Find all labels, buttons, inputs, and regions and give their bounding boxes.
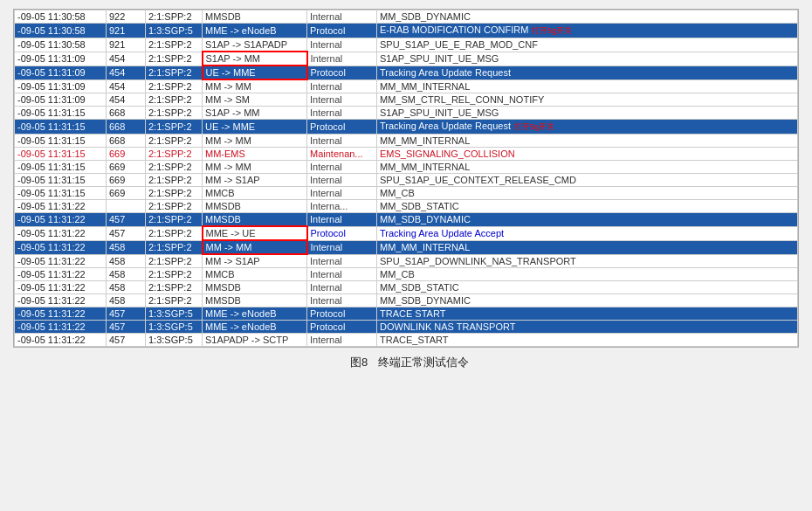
cell-time: -09-05 11:30:58: [15, 10, 107, 24]
cell-id: 454: [107, 52, 146, 66]
cell-type: Internal: [307, 240, 377, 254]
cell-message: MM_SM_CTRL_REL_CONN_NOTIFY: [377, 93, 798, 107]
cell-message: S1AP_SPU_INIT_UE_MSG: [377, 52, 798, 66]
cell-id: 454: [107, 79, 146, 93]
cell-id: 457: [107, 334, 146, 347]
cell-src-dest: MMSDB: [203, 200, 307, 213]
cell-type: Internal: [307, 174, 377, 187]
cell-time: -09-05 11:31:22: [15, 281, 107, 294]
cell-node: 2:1:SPP:2: [146, 120, 203, 135]
cell-type: Internal: [307, 268, 377, 281]
cell-node: 2:1:SPP:2: [146, 240, 203, 254]
cell-time: -09-05 11:31:22: [15, 307, 107, 321]
table-row: -09-05 11:31:22 457 1:3:SGP:5 S1APADP ->…: [15, 334, 798, 347]
cell-time: -09-05 11:31:09: [15, 79, 107, 93]
cell-time: -09-05 11:31:09: [15, 93, 107, 107]
cell-node: 2:1:SPP:2: [146, 38, 203, 52]
table-row: -09-05 11:31:22 458 2:1:SPP:2 MMCB Inter…: [15, 268, 798, 281]
cell-src-dest: MM -> SM: [203, 93, 307, 107]
cell-src-dest: MM -> S1AP: [203, 254, 307, 268]
cell-time: -09-05 11:31:22: [15, 254, 107, 268]
cell-src-dest: MM -> S1AP: [203, 174, 307, 187]
cell-src-dest: S1APADP -> SCTP: [203, 334, 307, 347]
table-row: -09-05 11:31:15 669 2:1:SPP:2 MM -> S1AP…: [15, 174, 798, 187]
cell-type: Internal: [307, 294, 377, 307]
cell-id: 458: [107, 294, 146, 307]
cell-type: Protocol: [307, 66, 377, 79]
cell-message: MM_MM_INTERNAL: [377, 240, 798, 254]
cell-time: -09-05 11:31:15: [15, 174, 107, 187]
cell-message: TRACE_START: [377, 334, 798, 347]
table-row: -09-05 11:31:15 669 2:1:SPP:2 MMCB Inter…: [15, 187, 798, 200]
cell-node: 2:1:SPP:2: [146, 268, 203, 281]
table-row: -09-05 11:31:22 2:1:SPP:2 MMSDB Interna.…: [15, 200, 798, 213]
table-row: -09-05 11:31:15 669 2:1:SPP:2 MM-EMS Mai…: [15, 148, 798, 161]
cell-src-dest: MM -> MM: [203, 79, 307, 93]
cell-id: [107, 200, 146, 213]
table-row: -09-05 11:30:58 921 2:1:SPP:2 S1AP -> S1…: [15, 38, 798, 52]
cell-node: 2:1:SPP:2: [146, 213, 203, 227]
cell-node: 2:1:SPP:2: [146, 107, 203, 120]
cell-node: 1:3:SGP:5: [146, 307, 203, 321]
cell-message: MM_SDB_STATIC: [377, 200, 798, 213]
cell-time: -09-05 11:31:22: [15, 213, 107, 227]
cell-node: 2:1:SPP:2: [146, 66, 203, 79]
cell-time: -09-05 11:31:15: [15, 161, 107, 174]
cell-message: MM_SDB_STATIC: [377, 281, 798, 294]
cell-node: 2:1:SPP:2: [146, 93, 203, 107]
table-row: -09-05 11:31:15 669 2:1:SPP:2 MM -> MM I…: [15, 161, 798, 174]
cell-type: Protocol: [307, 24, 377, 38]
table-row: -09-05 11:31:22 458 2:1:SPP:2 MM -> MM I…: [15, 240, 798, 254]
cell-message: SPU_S1AP_UE_E_RAB_MOD_CNF: [377, 38, 798, 52]
cell-id: 454: [107, 93, 146, 107]
cell-src-dest: MME -> eNodeB: [203, 24, 307, 38]
cell-type: Internal: [307, 38, 377, 52]
cell-message: Tracking Area Update Accept: [377, 226, 798, 240]
table-row: -09-05 11:31:22 457 1:3:SGP:5 MME -> eNo…: [15, 307, 798, 321]
cell-message: SPU_S1AP_DOWNLINK_NAS_TRANSPORT: [377, 254, 798, 268]
cell-type: Internal: [307, 79, 377, 93]
cell-src-dest: MMSDB: [203, 213, 307, 227]
cell-time: -09-05 11:31:15: [15, 135, 107, 148]
cell-node: 1:3:SGP:5: [146, 321, 203, 334]
table-row: -09-05 11:31:09 454 2:1:SPP:2 MM -> SM I…: [15, 93, 798, 107]
cell-src-dest: MMSDB: [203, 281, 307, 294]
cell-id: 669: [107, 174, 146, 187]
cell-message: EMS_SIGNALING_COLLISION: [377, 148, 798, 161]
cell-message: TRACE START: [377, 307, 798, 321]
cell-id: 668: [107, 120, 146, 135]
cell-id: 921: [107, 24, 146, 38]
figure-number: 图8: [350, 356, 368, 369]
table-row: -09-05 11:31:22 458 2:1:SPP:2 MMSDB Inte…: [15, 281, 798, 294]
cell-id: 458: [107, 254, 146, 268]
cell-type: Internal: [307, 187, 377, 200]
cell-time: -09-05 11:31:22: [15, 200, 107, 213]
cell-src-dest: MMSDB: [203, 294, 307, 307]
cell-type: Internal: [307, 254, 377, 268]
table-row: -09-05 11:31:09 454 2:1:SPP:2 S1AP -> MM…: [15, 52, 798, 66]
cell-id: 458: [107, 281, 146, 294]
cell-node: 2:1:SPP:2: [146, 79, 203, 93]
cell-type: Maintenan...: [307, 148, 377, 161]
table-row: -09-05 11:31:22 457 2:1:SPP:2 MME -> UE …: [15, 226, 798, 240]
cell-node: 2:1:SPP:2: [146, 135, 203, 148]
cell-node: 2:1:SPP:2: [146, 52, 203, 66]
cell-message: MM_MM_INTERNAL: [377, 161, 798, 174]
cell-id: 668: [107, 107, 146, 120]
cell-time: -09-05 11:31:22: [15, 294, 107, 307]
cell-id: 921: [107, 38, 146, 52]
cell-id: 668: [107, 135, 146, 148]
cell-type: Internal: [307, 161, 377, 174]
cell-id: 457: [107, 226, 146, 240]
cell-src-dest: MM -> MM: [203, 240, 307, 254]
cell-type: Internal: [307, 213, 377, 227]
cell-node: 2:1:SPP:2: [146, 281, 203, 294]
cell-id: 457: [107, 213, 146, 227]
cell-src-dest: MMCB: [203, 268, 307, 281]
cell-id: 669: [107, 148, 146, 161]
cell-time: -09-05 11:31:15: [15, 187, 107, 200]
cell-src-dest: MMSDB: [203, 10, 307, 24]
cell-node: 2:1:SPP:2: [146, 226, 203, 240]
cell-time: -09-05 11:31:22: [15, 240, 107, 254]
cell-time: -09-05 11:31:15: [15, 120, 107, 135]
